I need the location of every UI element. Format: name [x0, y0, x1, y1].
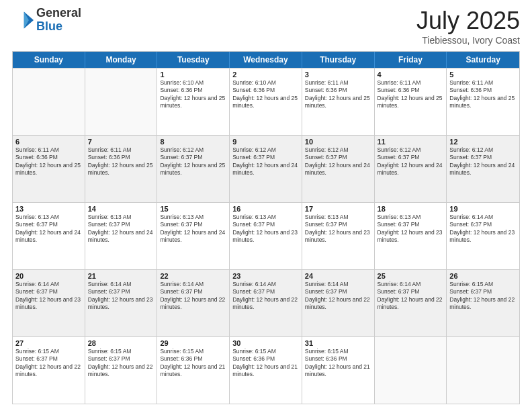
- day-number: 8: [160, 138, 226, 146]
- day-info: Sunrise: 6:14 AM Sunset: 6:37 PM Dayligh…: [305, 281, 371, 312]
- day-info: Sunrise: 6:13 AM Sunset: 6:37 PM Dayligh…: [15, 214, 82, 244]
- day-number: 25: [378, 272, 444, 280]
- day-info: Sunrise: 6:15 AM Sunset: 6:36 PM Dayligh…: [232, 348, 299, 379]
- empty-day-cell: [13, 68, 85, 135]
- day-cell-17: 17Sunrise: 6:13 AM Sunset: 6:37 PM Dayli…: [302, 203, 375, 269]
- day-info: Sunrise: 6:13 AM Sunset: 6:37 PM Dayligh…: [232, 214, 299, 244]
- weekday-header-monday: Monday: [85, 52, 158, 68]
- day-info: Sunrise: 6:14 AM Sunset: 6:37 PM Dayligh…: [15, 281, 82, 312]
- calendar-header: SundayMondayTuesdayWednesdayThursdayFrid…: [13, 52, 519, 68]
- header: General Blue July 2025 Tiebiessou, Ivory…: [12, 7, 520, 46]
- weekday-header-friday: Friday: [375, 52, 447, 68]
- day-info: Sunrise: 6:11 AM Sunset: 6:36 PM Dayligh…: [449, 79, 517, 110]
- day-number: 2: [232, 71, 299, 79]
- day-cell-31: 31Sunrise: 6:15 AM Sunset: 6:36 PM Dayli…: [302, 337, 375, 404]
- day-info: Sunrise: 6:15 AM Sunset: 6:36 PM Dayligh…: [160, 348, 226, 379]
- day-number: 5: [449, 71, 517, 79]
- calendar-week-4: 20Sunrise: 6:14 AM Sunset: 6:37 PM Dayli…: [13, 269, 519, 336]
- day-info: Sunrise: 6:11 AM Sunset: 6:36 PM Dayligh…: [88, 146, 154, 177]
- day-number: 19: [449, 205, 517, 213]
- day-info: Sunrise: 6:15 AM Sunset: 6:37 PM Dayligh…: [15, 348, 82, 379]
- logo-icon: [12, 9, 34, 31]
- day-cell-29: 29Sunrise: 6:15 AM Sunset: 6:36 PM Dayli…: [157, 337, 230, 404]
- day-number: 24: [305, 272, 371, 280]
- location-subtitle: Tiebiessou, Ivory Coast: [416, 35, 520, 46]
- calendar: SundayMondayTuesdayWednesdayThursdayFrid…: [12, 51, 520, 404]
- day-info: Sunrise: 6:10 AM Sunset: 6:36 PM Dayligh…: [160, 79, 226, 110]
- day-info: Sunrise: 6:14 AM Sunset: 6:37 PM Dayligh…: [88, 281, 154, 312]
- empty-day-cell: [85, 68, 158, 135]
- day-number: 27: [15, 339, 82, 347]
- day-cell-28: 28Sunrise: 6:15 AM Sunset: 6:37 PM Dayli…: [85, 337, 158, 404]
- day-number: 22: [160, 272, 226, 280]
- day-cell-20: 20Sunrise: 6:14 AM Sunset: 6:37 PM Dayli…: [13, 270, 85, 336]
- empty-day-cell: [447, 337, 519, 404]
- title-block: July 2025 Tiebiessou, Ivory Coast: [416, 7, 520, 46]
- day-cell-2: 2Sunrise: 6:10 AM Sunset: 6:36 PM Daylig…: [230, 68, 302, 135]
- day-info: Sunrise: 6:13 AM Sunset: 6:37 PM Dayligh…: [160, 214, 226, 244]
- calendar-week-2: 6Sunrise: 6:11 AM Sunset: 6:36 PM Daylig…: [13, 135, 519, 202]
- day-number: 20: [15, 272, 82, 280]
- day-number: 26: [449, 272, 517, 280]
- weekday-header-tuesday: Tuesday: [157, 52, 230, 68]
- day-info: Sunrise: 6:14 AM Sunset: 6:37 PM Dayligh…: [160, 281, 226, 312]
- day-cell-7: 7Sunrise: 6:11 AM Sunset: 6:36 PM Daylig…: [85, 136, 158, 202]
- day-info: Sunrise: 6:15 AM Sunset: 6:36 PM Dayligh…: [305, 348, 371, 379]
- page: General Blue July 2025 Tiebiessou, Ivory…: [0, 0, 532, 411]
- weekday-header-thursday: Thursday: [302, 52, 375, 68]
- day-cell-10: 10Sunrise: 6:12 AM Sunset: 6:37 PM Dayli…: [302, 136, 375, 202]
- day-info: Sunrise: 6:13 AM Sunset: 6:37 PM Dayligh…: [305, 214, 371, 244]
- day-cell-13: 13Sunrise: 6:13 AM Sunset: 6:37 PM Dayli…: [13, 203, 85, 269]
- day-info: Sunrise: 6:12 AM Sunset: 6:37 PM Dayligh…: [160, 146, 226, 177]
- day-cell-30: 30Sunrise: 6:15 AM Sunset: 6:36 PM Dayli…: [230, 337, 302, 404]
- day-cell-27: 27Sunrise: 6:15 AM Sunset: 6:37 PM Dayli…: [13, 337, 85, 404]
- day-number: 17: [305, 205, 371, 213]
- day-cell-25: 25Sunrise: 6:14 AM Sunset: 6:37 PM Dayli…: [375, 270, 447, 336]
- calendar-week-5: 27Sunrise: 6:15 AM Sunset: 6:37 PM Dayli…: [13, 336, 519, 404]
- day-info: Sunrise: 6:12 AM Sunset: 6:37 PM Dayligh…: [232, 146, 299, 177]
- day-cell-23: 23Sunrise: 6:14 AM Sunset: 6:37 PM Dayli…: [230, 270, 302, 336]
- day-number: 23: [232, 272, 299, 280]
- day-number: 31: [305, 339, 371, 347]
- day-cell-9: 9Sunrise: 6:12 AM Sunset: 6:37 PM Daylig…: [230, 136, 302, 202]
- day-cell-21: 21Sunrise: 6:14 AM Sunset: 6:37 PM Dayli…: [85, 270, 158, 336]
- day-number: 29: [160, 339, 226, 347]
- day-info: Sunrise: 6:11 AM Sunset: 6:36 PM Dayligh…: [378, 79, 444, 110]
- day-number: 28: [88, 339, 154, 347]
- day-number: 14: [88, 205, 154, 213]
- day-cell-22: 22Sunrise: 6:14 AM Sunset: 6:37 PM Dayli…: [157, 270, 230, 336]
- day-cell-6: 6Sunrise: 6:11 AM Sunset: 6:36 PM Daylig…: [13, 136, 85, 202]
- day-cell-11: 11Sunrise: 6:12 AM Sunset: 6:37 PM Dayli…: [375, 136, 447, 202]
- day-info: Sunrise: 6:12 AM Sunset: 6:37 PM Dayligh…: [449, 146, 517, 177]
- day-info: Sunrise: 6:12 AM Sunset: 6:37 PM Dayligh…: [305, 146, 371, 177]
- day-cell-3: 3Sunrise: 6:11 AM Sunset: 6:36 PM Daylig…: [302, 68, 375, 135]
- day-info: Sunrise: 6:13 AM Sunset: 6:37 PM Dayligh…: [378, 214, 444, 244]
- day-info: Sunrise: 6:15 AM Sunset: 6:37 PM Dayligh…: [88, 348, 154, 379]
- day-number: 11: [378, 138, 444, 146]
- day-number: 13: [15, 205, 82, 213]
- day-number: 16: [232, 205, 299, 213]
- day-info: Sunrise: 6:11 AM Sunset: 6:36 PM Dayligh…: [305, 79, 371, 110]
- day-number: 1: [160, 71, 226, 79]
- day-info: Sunrise: 6:10 AM Sunset: 6:36 PM Dayligh…: [232, 79, 299, 110]
- day-info: Sunrise: 6:11 AM Sunset: 6:36 PM Dayligh…: [15, 146, 82, 177]
- logo-text: General Blue: [36, 7, 81, 34]
- empty-day-cell: [375, 337, 447, 404]
- day-number: 7: [88, 138, 154, 146]
- day-number: 3: [305, 71, 371, 79]
- day-number: 6: [15, 138, 82, 146]
- day-cell-16: 16Sunrise: 6:13 AM Sunset: 6:37 PM Dayli…: [230, 203, 302, 269]
- day-info: Sunrise: 6:13 AM Sunset: 6:37 PM Dayligh…: [88, 214, 154, 244]
- day-cell-5: 5Sunrise: 6:11 AM Sunset: 6:36 PM Daylig…: [447, 68, 519, 135]
- day-info: Sunrise: 6:14 AM Sunset: 6:37 PM Dayligh…: [232, 281, 299, 312]
- day-number: 21: [88, 272, 154, 280]
- weekday-header-sunday: Sunday: [13, 52, 85, 68]
- logo-general: General: [36, 7, 81, 20]
- day-cell-8: 8Sunrise: 6:12 AM Sunset: 6:37 PM Daylig…: [157, 136, 230, 202]
- day-cell-19: 19Sunrise: 6:14 AM Sunset: 6:37 PM Dayli…: [447, 203, 519, 269]
- day-number: 30: [232, 339, 299, 347]
- day-cell-24: 24Sunrise: 6:14 AM Sunset: 6:37 PM Dayli…: [302, 270, 375, 336]
- day-cell-18: 18Sunrise: 6:13 AM Sunset: 6:37 PM Dayli…: [375, 203, 447, 269]
- day-number: 9: [232, 138, 299, 146]
- weekday-header-saturday: Saturday: [447, 52, 519, 68]
